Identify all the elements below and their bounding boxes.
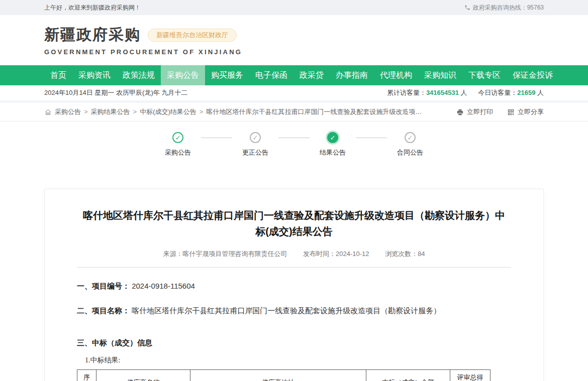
total-visitors-label: 累计访客量： xyxy=(387,89,426,96)
qr-share-icon xyxy=(507,108,515,116)
step-result-notice[interactable]: ✓ 结果公告 xyxy=(317,132,349,157)
share-label: 立即分享 xyxy=(518,107,544,116)
nav-item-gov-loan[interactable]: 政采贷 xyxy=(293,65,330,85)
breadcrumb-item-notices[interactable]: 采购公告 xyxy=(55,107,88,116)
date-text: 2024年10月14日 星期一 农历甲辰(龙)年 九月十二 xyxy=(44,88,187,97)
print-label: 立即打印 xyxy=(467,107,493,116)
greeting-text: 上午好，欢迎来到新疆政府采购网！ xyxy=(44,4,141,12)
col-header-score: 评审总得分 xyxy=(450,370,491,381)
col-header-supplier-name: 供应商名称 xyxy=(96,370,190,381)
col-header-supplier-address: 供应商地址 xyxy=(190,370,366,381)
article-card: 喀什地区塔什库尔干县红其拉甫口岸国门一线查验及配套设施升级改造项目（勘察设计服务… xyxy=(44,189,544,381)
award-info-heading: 三、中标（成交）信息 xyxy=(77,338,511,348)
views-label: 浏览次数： xyxy=(385,250,418,258)
visitor-stats: 累计访客量：341654531 人 今日访客量：21659 人 xyxy=(387,88,544,97)
project-number-value: 2024-0918-115604 xyxy=(132,282,195,290)
main-nav: 首页 采购资讯 政策法规 采购公告 购买服务 电子保函 政采贷 办事指南 代理机… xyxy=(0,65,588,85)
top-bar: 上午好，欢迎来到新疆政府采购网！ 政府采购咨询热线：95763 xyxy=(0,0,588,15)
check-icon: ✓ xyxy=(327,132,338,143)
check-icon: ✓ xyxy=(405,132,416,143)
total-visitors-value: 341654531 xyxy=(426,89,459,96)
site-name-en: GOVERNMENT PROCUREMENT OF XINJIANG xyxy=(44,48,242,56)
award-result-table: 序号 供应商名称 供应商地址 中标（成交）金额 评审总得分 1 永忠工程管理（集… xyxy=(77,369,491,381)
breadcrumb-item-result-notices[interactable]: 采购结果公告 xyxy=(91,107,137,116)
nav-item-guide[interactable]: 办事指南 xyxy=(330,65,374,85)
nav-item-knowledge[interactable]: 采购知识 xyxy=(418,65,462,85)
project-name-value: 喀什地区塔什库尔干县红其拉甫口岸国门一线查验及配套设施升级改造项目（勘察设计服务… xyxy=(132,306,441,315)
print-button[interactable]: 立即打印 xyxy=(456,107,493,116)
site-name: 新疆政府采购 xyxy=(44,25,141,45)
nav-item-downloads[interactable]: 下载专区 xyxy=(462,65,507,85)
hotline-text: 政府采购咨询热线：95763 xyxy=(473,4,544,12)
step-label: 更正公告 xyxy=(242,148,268,157)
publish-value: 2024-10-12 xyxy=(336,250,369,258)
table-header-row: 序号 供应商名称 供应商地址 中标（成交）金额 评审总得分 xyxy=(77,370,491,381)
home-icon[interactable] xyxy=(44,108,52,116)
phone-icon xyxy=(464,5,470,11)
hotline: 政府采购咨询热线：95763 xyxy=(464,4,544,12)
source-label: 来源： xyxy=(163,250,182,258)
project-name-field: 二、项目名称： 喀什地区塔什库尔干县红其拉甫口岸国门一线查验及配套设施升级改造项… xyxy=(77,305,511,317)
step-label: 合同公告 xyxy=(397,148,423,157)
site-logo[interactable]: 新疆政府采购 新疆维吾尔自治区财政厅 GOVERNMENT PROCUREMEN… xyxy=(44,25,242,56)
today-visitors-value: 21659 xyxy=(517,89,535,96)
publish-label: 发布时间： xyxy=(303,250,336,258)
nav-item-e-guarantee[interactable]: 电子保函 xyxy=(249,65,293,85)
article-title: 喀什地区塔什库尔干县红其拉甫口岸国门一线查验及配套设施升级改造项目（勘察设计服务… xyxy=(81,207,507,239)
step-connector xyxy=(278,138,310,138)
step-connector xyxy=(201,138,232,138)
step-contract-notice[interactable]: ✓ 合同公告 xyxy=(394,132,426,157)
nav-item-agencies[interactable]: 代理机构 xyxy=(374,65,418,85)
breadcrumb-item-award-result[interactable]: 中标(成交)结果公告 xyxy=(140,107,203,116)
col-header-award-amount: 中标（成交）金额 xyxy=(366,370,450,381)
nav-item-deposit-complaint[interactable]: 保证金投诉 xyxy=(507,65,559,85)
nav-item-purchase-services[interactable]: 购买服务 xyxy=(205,65,249,85)
nav-item-procurement-notices[interactable]: 采购公告 xyxy=(161,65,205,85)
breadcrumb-item-current: 喀什地区塔什库尔干县红其拉甫口岸国门一线查验及配套设施升级改造项目（勘察设计服务… xyxy=(206,107,422,116)
project-name-label: 二、项目名称： xyxy=(77,306,130,315)
info-bar: 2024年10月14日 星期一 农历甲辰(龙)年 九月十二 累计访客量：3416… xyxy=(0,85,588,100)
title-divider xyxy=(77,267,511,268)
project-number-label: 一、项目编号： xyxy=(77,282,130,290)
check-icon: ✓ xyxy=(172,132,183,143)
project-number-field: 一、项目编号： 2024-0918-115604 xyxy=(77,281,511,292)
today-visitors-label: 今日访客量： xyxy=(478,89,517,96)
breadcrumb: 采购公告 采购结果公告 中标(成交)结果公告 喀什地区塔什库尔干县红其拉甫口岸国… xyxy=(44,107,422,116)
nav-item-procurement-news[interactable]: 采购资讯 xyxy=(72,65,117,85)
step-correction-notice[interactable]: ✓ 更正公告 xyxy=(239,132,271,157)
step-procurement-notice[interactable]: ✓ 采购公告 xyxy=(162,132,194,157)
share-button[interactable]: 立即分享 xyxy=(507,107,544,116)
breadcrumb-bar: 采购公告 采购结果公告 中标(成交)结果公告 喀什地区塔什库尔干县红其拉甫口岸国… xyxy=(0,103,588,121)
article-meta: 来源：喀什宇晟项目管理咨询有限责任公司 发布时间：2024-10-12 浏览次数… xyxy=(77,249,511,259)
today-visitors-unit: 人 xyxy=(537,89,544,96)
step-connector xyxy=(356,138,387,138)
check-icon: ✓ xyxy=(250,132,261,143)
col-header-index: 序号 xyxy=(77,370,96,381)
views-value: 84 xyxy=(418,250,425,258)
source-value: 喀什宇晟项目管理咨询有限责任公司 xyxy=(182,250,287,258)
total-visitors-unit: 人 xyxy=(461,89,467,96)
site-header: 新疆政府采购 新疆维吾尔自治区财政厅 GOVERNMENT PROCUREMEN… xyxy=(0,15,588,65)
nav-item-home[interactable]: 首页 xyxy=(44,65,72,85)
printer-icon xyxy=(456,108,464,116)
authority-badge: 新疆维吾尔自治区财政厅 xyxy=(148,29,237,42)
award-result-label: 1.中标结果: xyxy=(85,356,511,365)
notice-progress-steps: ✓ 采购公告 ✓ 更正公告 ✓ 结果公告 ✓ 合同公告 xyxy=(0,132,588,157)
step-label: 结果公告 xyxy=(320,148,346,157)
nav-item-policies[interactable]: 政策法规 xyxy=(117,65,161,85)
step-label: 采购公告 xyxy=(165,148,191,157)
